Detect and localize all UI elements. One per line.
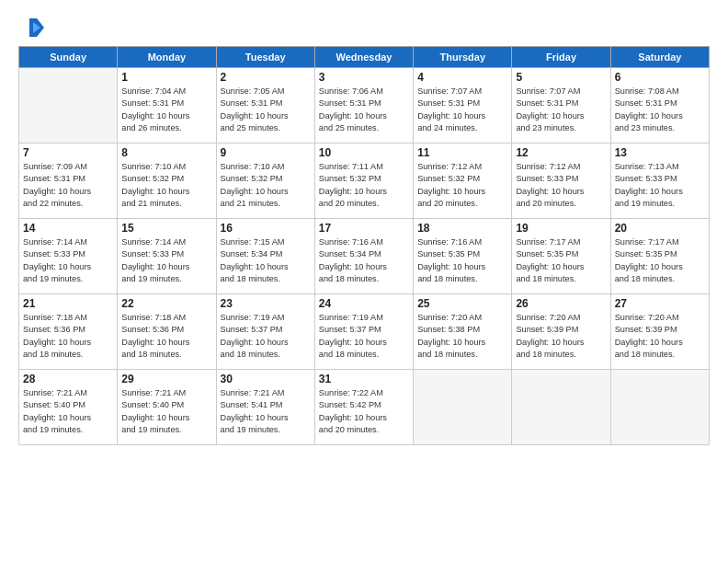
day-info: Sunrise: 7:05 AMSunset: 5:31 PMDaylight:…	[221, 86, 311, 134]
day-info: Sunrise: 7:04 AMSunset: 5:31 PMDaylight:…	[121, 86, 211, 134]
week-row-5: 28Sunrise: 7:21 AMSunset: 5:40 PMDayligh…	[19, 370, 710, 445]
day-info: Sunrise: 7:10 AMSunset: 5:32 PMDaylight:…	[121, 161, 211, 210]
day-info: Sunrise: 7:15 AMSunset: 5:34 PMDaylight:…	[221, 236, 311, 285]
day-info: Sunrise: 7:12 AMSunset: 5:32 PMDaylight:…	[417, 161, 507, 210]
day-number: 16	[221, 222, 311, 235]
day-number: 26	[516, 297, 606, 310]
day-info: Sunrise: 7:20 AMSunset: 5:39 PMDaylight:…	[615, 312, 705, 361]
day-number: 15	[121, 222, 211, 235]
calendar-cell: 26Sunrise: 7:20 AMSunset: 5:39 PMDayligh…	[512, 294, 610, 370]
calendar-cell	[19, 68, 118, 144]
day-info: Sunrise: 7:08 AMSunset: 5:31 PMDaylight:…	[615, 86, 705, 134]
day-info: Sunrise: 7:20 AMSunset: 5:38 PMDaylight:…	[417, 312, 507, 361]
calendar-cell: 19Sunrise: 7:17 AMSunset: 5:35 PMDayligh…	[512, 219, 610, 294]
day-info: Sunrise: 7:16 AMSunset: 5:35 PMDaylight:…	[417, 236, 507, 285]
week-row-4: 21Sunrise: 7:18 AMSunset: 5:36 PMDayligh…	[19, 294, 710, 370]
calendar-cell: 23Sunrise: 7:19 AMSunset: 5:37 PMDayligh…	[216, 294, 314, 370]
calendar-cell: 8Sunrise: 7:10 AMSunset: 5:32 PMDaylight…	[118, 144, 216, 219]
day-number: 27	[615, 297, 705, 310]
day-number: 8	[121, 146, 211, 159]
day-header-monday: Monday	[118, 47, 216, 68]
logo	[18, 15, 50, 40]
calendar-cell	[512, 370, 610, 445]
calendar-cell	[414, 370, 512, 445]
calendar-cell: 27Sunrise: 7:20 AMSunset: 5:39 PMDayligh…	[610, 294, 709, 370]
week-row-1: 1Sunrise: 7:04 AMSunset: 5:31 PMDaylight…	[19, 68, 710, 144]
day-info: Sunrise: 7:21 AMSunset: 5:40 PMDaylight:…	[23, 387, 113, 436]
day-header-tuesday: Tuesday	[216, 47, 314, 68]
day-info: Sunrise: 7:16 AMSunset: 5:34 PMDaylight:…	[319, 236, 409, 285]
day-number: 25	[417, 297, 507, 310]
day-info: Sunrise: 7:21 AMSunset: 5:40 PMDaylight:…	[121, 387, 211, 436]
calendar-cell: 9Sunrise: 7:10 AMSunset: 5:32 PMDaylight…	[216, 144, 314, 219]
calendar-cell: 14Sunrise: 7:14 AMSunset: 5:33 PMDayligh…	[19, 219, 118, 294]
day-header-sunday: Sunday	[19, 47, 118, 68]
calendar-cell: 4Sunrise: 7:07 AMSunset: 5:31 PMDaylight…	[414, 68, 512, 144]
calendar-cell: 7Sunrise: 7:09 AMSunset: 5:31 PMDaylight…	[19, 144, 118, 219]
calendar-cell: 31Sunrise: 7:22 AMSunset: 5:42 PMDayligh…	[314, 370, 413, 445]
day-number: 31	[319, 373, 409, 385]
day-info: Sunrise: 7:19 AMSunset: 5:37 PMDaylight:…	[319, 312, 409, 361]
calendar-cell: 1Sunrise: 7:04 AMSunset: 5:31 PMDaylight…	[118, 68, 216, 144]
day-info: Sunrise: 7:11 AMSunset: 5:32 PMDaylight:…	[319, 161, 409, 210]
day-info: Sunrise: 7:07 AMSunset: 5:31 PMDaylight:…	[417, 86, 507, 134]
calendar-cell: 10Sunrise: 7:11 AMSunset: 5:32 PMDayligh…	[314, 144, 413, 219]
logo-icon	[18, 15, 44, 40]
day-header-thursday: Thursday	[414, 47, 512, 68]
day-header-saturday: Saturday	[610, 47, 709, 68]
calendar-cell: 28Sunrise: 7:21 AMSunset: 5:40 PMDayligh…	[19, 370, 118, 445]
calendar-cell	[610, 370, 709, 445]
day-info: Sunrise: 7:07 AMSunset: 5:31 PMDaylight:…	[516, 86, 606, 134]
day-number: 23	[221, 297, 311, 310]
calendar-cell: 3Sunrise: 7:06 AMSunset: 5:31 PMDaylight…	[314, 68, 413, 144]
day-info: Sunrise: 7:21 AMSunset: 5:41 PMDaylight:…	[221, 387, 311, 436]
day-number: 10	[319, 146, 409, 159]
calendar-cell: 20Sunrise: 7:17 AMSunset: 5:35 PMDayligh…	[610, 219, 709, 294]
calendar-cell: 16Sunrise: 7:15 AMSunset: 5:34 PMDayligh…	[216, 219, 314, 294]
calendar-cell: 22Sunrise: 7:18 AMSunset: 5:36 PMDayligh…	[118, 294, 216, 370]
calendar-cell: 2Sunrise: 7:05 AMSunset: 5:31 PMDaylight…	[216, 68, 314, 144]
calendar-cell: 17Sunrise: 7:16 AMSunset: 5:34 PMDayligh…	[314, 219, 413, 294]
calendar-cell: 12Sunrise: 7:12 AMSunset: 5:33 PMDayligh…	[512, 144, 610, 219]
day-number: 4	[417, 71, 507, 84]
day-number: 12	[516, 146, 606, 159]
calendar-cell: 25Sunrise: 7:20 AMSunset: 5:38 PMDayligh…	[414, 294, 512, 370]
day-number: 18	[417, 222, 507, 235]
day-info: Sunrise: 7:14 AMSunset: 5:33 PMDaylight:…	[121, 236, 211, 285]
header	[18, 15, 710, 40]
calendar-cell: 15Sunrise: 7:14 AMSunset: 5:33 PMDayligh…	[118, 219, 216, 294]
day-number: 9	[221, 146, 311, 159]
day-number: 30	[221, 373, 311, 385]
calendar-table: SundayMondayTuesdayWednesdayThursdayFrid…	[18, 46, 710, 445]
day-info: Sunrise: 7:18 AMSunset: 5:36 PMDaylight:…	[121, 312, 211, 361]
day-number: 5	[516, 71, 606, 84]
calendar-cell: 21Sunrise: 7:18 AMSunset: 5:36 PMDayligh…	[19, 294, 118, 370]
day-number: 24	[319, 297, 409, 310]
day-info: Sunrise: 7:09 AMSunset: 5:31 PMDaylight:…	[23, 161, 113, 210]
day-info: Sunrise: 7:17 AMSunset: 5:35 PMDaylight:…	[615, 236, 705, 285]
day-number: 22	[121, 297, 211, 310]
day-number: 29	[121, 373, 211, 385]
calendar-cell: 5Sunrise: 7:07 AMSunset: 5:31 PMDaylight…	[512, 68, 610, 144]
day-info: Sunrise: 7:12 AMSunset: 5:33 PMDaylight:…	[516, 161, 606, 210]
day-number: 6	[615, 71, 705, 84]
calendar-cell: 6Sunrise: 7:08 AMSunset: 5:31 PMDaylight…	[610, 68, 709, 144]
day-info: Sunrise: 7:10 AMSunset: 5:32 PMDaylight:…	[221, 161, 311, 210]
day-number: 11	[417, 146, 507, 159]
calendar-cell: 30Sunrise: 7:21 AMSunset: 5:41 PMDayligh…	[216, 370, 314, 445]
day-number: 21	[23, 297, 113, 310]
day-number: 14	[23, 222, 113, 235]
page: SundayMondayTuesdayWednesdayThursdayFrid…	[0, 0, 728, 563]
day-info: Sunrise: 7:13 AMSunset: 5:33 PMDaylight:…	[615, 161, 705, 210]
day-number: 19	[516, 222, 606, 235]
calendar-cell: 13Sunrise: 7:13 AMSunset: 5:33 PMDayligh…	[610, 144, 709, 219]
day-info: Sunrise: 7:14 AMSunset: 5:33 PMDaylight:…	[23, 236, 113, 285]
day-number: 2	[221, 71, 311, 84]
week-row-2: 7Sunrise: 7:09 AMSunset: 5:31 PMDaylight…	[19, 144, 710, 219]
calendar-cell: 11Sunrise: 7:12 AMSunset: 5:32 PMDayligh…	[414, 144, 512, 219]
day-info: Sunrise: 7:20 AMSunset: 5:39 PMDaylight:…	[516, 312, 606, 361]
calendar-cell: 24Sunrise: 7:19 AMSunset: 5:37 PMDayligh…	[314, 294, 413, 370]
day-number: 1	[121, 71, 211, 84]
day-info: Sunrise: 7:17 AMSunset: 5:35 PMDaylight:…	[516, 236, 606, 285]
day-header-wednesday: Wednesday	[314, 47, 413, 68]
